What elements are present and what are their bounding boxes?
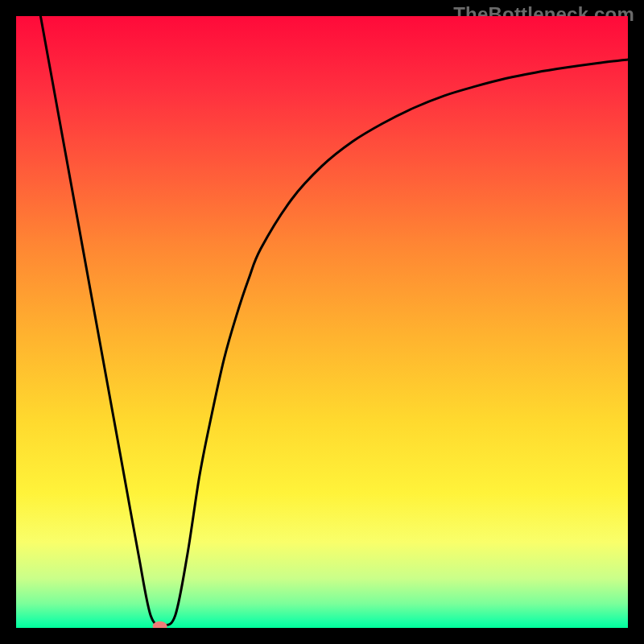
curve-svg: [16, 16, 628, 628]
bottleneck-curve: [40, 16, 628, 625]
chart-container: TheBottleneck.com: [0, 0, 644, 644]
plot-area: [16, 16, 628, 628]
